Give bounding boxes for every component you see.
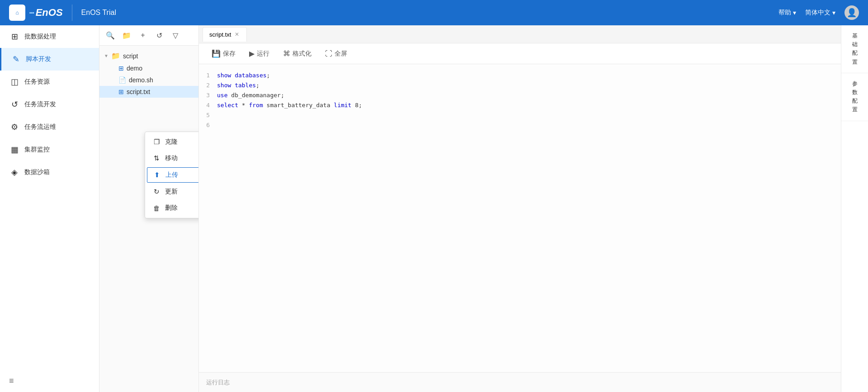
- filter-button[interactable]: ▽: [169, 29, 182, 42]
- line-number-4: 4: [199, 102, 217, 109]
- save-label: 保存: [223, 50, 236, 58]
- right-panel-basic-config[interactable]: 基础配置: [841, 25, 868, 73]
- sidebar-item-task-flow[interactable]: ↺ 任务流开发: [0, 93, 99, 116]
- logo: ⌂ ··· EnOS: [9, 5, 72, 21]
- context-menu-update-label: 更新: [165, 188, 178, 196]
- code-line-6: 6: [199, 121, 841, 131]
- search-icon: 🔍: [106, 31, 115, 40]
- update-icon: ↻: [152, 188, 160, 196]
- right-panel-param-config[interactable]: 参数配置: [841, 73, 868, 121]
- sidebar-item-batch[interactable]: ⊞ 批数据处理: [0, 25, 99, 48]
- context-menu-delete-label: 删除: [165, 204, 178, 212]
- code-editor[interactable]: 1 show databases; 2 show tables; 3 use d…: [199, 64, 841, 372]
- search-button[interactable]: 🔍: [104, 29, 117, 42]
- code-line-5: 5: [199, 111, 841, 121]
- file-demo-folder[interactable]: ⊞ demo: [99, 62, 198, 74]
- line-number-6: 6: [199, 122, 217, 128]
- run-log-label: 运行日志: [206, 378, 230, 387]
- move-icon: ⇅: [152, 154, 160, 162]
- main-container: ⊞ 批数据处理 ✎ 脚本开发 ◫ 任务资源 ↺ 任务流开发 ⚙ 任务流运维 ▦ …: [0, 25, 868, 392]
- sidebar-item-sandbox[interactable]: ◈ 数据沙箱: [0, 161, 99, 184]
- format-button[interactable]: ⌘ 格式化: [278, 47, 317, 60]
- nav-collapse-button[interactable]: ≡: [0, 370, 99, 392]
- line-number-3: 3: [199, 92, 217, 99]
- folder-script-icon: 📁: [111, 52, 120, 60]
- fullscreen-icon: ⛶: [325, 50, 332, 58]
- sidebar-item-script[interactable]: ✎ 脚本开发: [0, 48, 99, 71]
- context-menu-move-label: 移动: [165, 154, 178, 162]
- folder-icon: 📁: [122, 31, 131, 40]
- script-txt-icon: ⊞: [118, 88, 124, 95]
- home-icon[interactable]: ⌂: [9, 5, 25, 21]
- run-button[interactable]: ▶ 运行: [244, 47, 275, 60]
- context-menu-upload-label: 上传: [165, 171, 178, 179]
- run-log: 运行日志: [199, 372, 841, 392]
- user-avatar[interactable]: 👤: [844, 5, 859, 20]
- script-icon: ✎: [10, 54, 21, 64]
- sidebar-item-task-flow-label: 任务流开发: [24, 100, 56, 109]
- task-ops-icon: ⚙: [9, 122, 20, 132]
- editor-tabs: script.txt ✕: [199, 25, 841, 43]
- task-flow-icon: ↺: [9, 99, 20, 109]
- code-line-4: 4 select * from smart_battery_data limit…: [199, 101, 841, 111]
- demo-sh-icon: 📄: [118, 76, 126, 84]
- lang-menu[interactable]: 简体中文 ▾: [805, 9, 835, 17]
- context-menu-clone-label: 克隆: [165, 138, 178, 146]
- add-button[interactable]: +: [137, 29, 149, 42]
- file-toolbar: 🔍 📁 + ↺ ▽: [99, 25, 198, 46]
- file-script-txt-label: script.txt: [127, 88, 150, 95]
- tab-close-button[interactable]: ✕: [234, 31, 240, 38]
- save-button[interactable]: 💾 保存: [206, 47, 241, 60]
- code-line-3: 3 use db_demomanager;: [199, 91, 841, 101]
- context-menu-upload[interactable]: ⬆ 上传: [147, 167, 198, 183]
- file-panel: 🔍 📁 + ↺ ▽ ▼ 📁 script ⊞ demo: [99, 25, 199, 392]
- editor-tab-script-txt[interactable]: script.txt ✕: [203, 27, 247, 42]
- delete-icon: 🗑: [152, 204, 160, 212]
- file-script-txt[interactable]: ⊞ script.txt: [99, 86, 198, 98]
- topbar: ⌂ ··· EnOS EnOS Trial 帮助 ▾ 简体中文 ▾ 👤: [0, 0, 868, 25]
- add-icon: +: [141, 31, 145, 39]
- line-code-1: show databases;: [217, 72, 270, 79]
- sidebar-item-batch-label: 批数据处理: [24, 33, 56, 41]
- cluster-icon: ▦: [9, 145, 20, 155]
- save-icon: 💾: [212, 49, 221, 58]
- line-number-2: 2: [199, 82, 217, 89]
- context-menu-clone[interactable]: ❐ 克隆: [145, 134, 198, 150]
- topbar-right: 帮助 ▾ 简体中文 ▾ 👤: [778, 5, 859, 20]
- editor-area: script.txt ✕ 💾 保存 ▶ 运行 ⌘ 格式化 ⛶ 全屏: [199, 25, 841, 392]
- new-folder-button[interactable]: 📁: [120, 29, 133, 42]
- upload-icon: ⬆: [153, 171, 161, 179]
- refresh-icon: ↺: [156, 31, 162, 40]
- left-nav: ⊞ 批数据处理 ✎ 脚本开发 ◫ 任务资源 ↺ 任务流开发 ⚙ 任务流运维 ▦ …: [0, 25, 99, 392]
- folder-script[interactable]: ▼ 📁 script: [99, 49, 198, 62]
- sidebar-item-task-resource-label: 任务资源: [24, 78, 50, 86]
- refresh-button[interactable]: ↺: [153, 29, 165, 42]
- app-title: EnOS Trial: [81, 9, 116, 17]
- folder-arrow-icon: ▼: [104, 53, 108, 58]
- filter-icon: ▽: [173, 31, 178, 40]
- sidebar-item-script-label: 脚本开发: [26, 55, 51, 63]
- logo-dots: ···: [29, 8, 34, 18]
- basic-config-label: 基础配置: [845, 32, 864, 66]
- sidebar-item-sandbox-label: 数据沙箱: [24, 168, 50, 176]
- help-chevron-icon: ▾: [793, 9, 796, 16]
- file-demo-sh-label: demo.sh: [129, 76, 153, 84]
- help-menu[interactable]: 帮助 ▾: [778, 9, 796, 17]
- sidebar-item-cluster-label: 集群监控: [24, 146, 50, 154]
- sidebar-item-task-resource[interactable]: ◫ 任务资源: [0, 71, 99, 93]
- clone-icon: ❐: [152, 138, 160, 146]
- batch-icon: ⊞: [9, 32, 20, 42]
- sidebar-item-task-ops-label: 任务流运维: [24, 123, 56, 131]
- code-line-2: 2 show tables;: [199, 81, 841, 91]
- context-menu-update[interactable]: ↻ 更新: [145, 184, 198, 200]
- context-menu-move[interactable]: ⇅ 移动: [145, 150, 198, 166]
- sidebar-item-task-ops[interactable]: ⚙ 任务流运维: [0, 116, 99, 138]
- fullscreen-button[interactable]: ⛶ 全屏: [320, 47, 353, 60]
- fullscreen-label: 全屏: [335, 50, 347, 58]
- file-tree: ▼ 📁 script ⊞ demo 📄 demo.sh ⊞ script.txt…: [99, 46, 198, 392]
- format-label: 格式化: [292, 50, 311, 58]
- file-demo-sh[interactable]: 📄 demo.sh: [99, 74, 198, 86]
- logo-name: EnOS: [36, 7, 63, 19]
- sidebar-item-cluster[interactable]: ▦ 集群监控: [0, 138, 99, 161]
- context-menu-delete[interactable]: 🗑 删除: [145, 200, 198, 216]
